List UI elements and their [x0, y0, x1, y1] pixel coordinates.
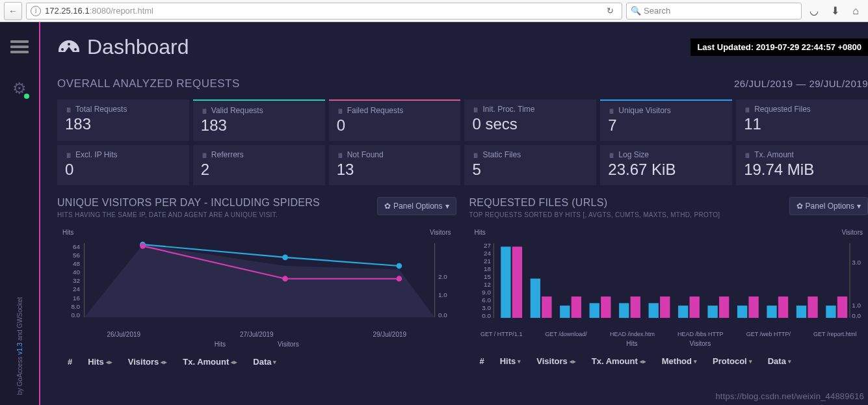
x-ticks: 26/Jul/2019 27/Jul/2019 29/Jul/2019 [57, 331, 456, 338]
svg-rect-48 [677, 306, 687, 318]
stat-card: ⫼Requested Files11 [736, 99, 868, 141]
svg-point-19 [282, 276, 288, 281]
stat-card: ⫼Log Size23.67 KiB [600, 145, 732, 185]
col-index[interactable]: # [480, 356, 484, 366]
svg-text:9.0: 9.0 [482, 289, 491, 296]
svg-rect-45 [630, 296, 640, 318]
panel-title: REQUESTED FILES (URLS) [469, 197, 720, 209]
chart-icon: ⫼ [744, 151, 751, 159]
svg-text:32: 32 [73, 277, 80, 284]
app: ⚙ by GoAccess v1.3 and GWSocket Dashboar… [0, 22, 868, 405]
back-button[interactable]: ← [4, 2, 22, 20]
info-icon[interactable]: i [31, 6, 41, 16]
svg-rect-46 [648, 303, 658, 318]
settings-icon[interactable]: ⚙ [12, 79, 27, 98]
col-hits[interactable]: Hits◂▸ [88, 357, 112, 367]
panel-unique-visitors: UNIQUE VISITORS PER DAY - INCLUDING SPID… [57, 197, 456, 367]
panel-options-button[interactable]: ✿ Panel Options ▾ [789, 197, 868, 215]
svg-text:0.0: 0.0 [482, 312, 491, 319]
svg-text:12: 12 [483, 281, 490, 288]
menu-icon[interactable] [10, 40, 29, 53]
svg-rect-52 [737, 306, 746, 318]
url-bar[interactable]: i 172.25.16.1:8080/report.html ↻ [26, 3, 622, 20]
home-icon[interactable]: ⌂ [847, 5, 864, 17]
search-bar[interactable]: 🔍 Search [626, 3, 802, 20]
stat-card: ⫼Unique Visitors7 [600, 99, 732, 141]
table-header: # Hits▾ Visitors◂▸ Tx. Amount◂▸ Method▾ … [469, 356, 869, 366]
stat-card: ⫼Valid Requests183 [193, 99, 325, 141]
col-tx[interactable]: Tx. Amount◂▸ [592, 356, 646, 366]
line-chart-svg: 645648 403224 168.00.0 2.01.00.0 [57, 236, 456, 328]
svg-rect-44 [619, 303, 629, 318]
header: Dashboard Last Updated: 2019-07-29 22:44… [57, 35, 868, 59]
panel-requested-files: REQUESTED FILES (URLS) TOP REQUESTS SORT… [469, 197, 869, 367]
chart-icon: ⫼ [472, 151, 479, 159]
chart-icon: ⫼ [201, 151, 208, 159]
chart-icon: ⫼ [472, 105, 479, 113]
table-header: # Hits◂▸ Visitors◂▸ Tx. Amount◂▸ Data▾ [57, 357, 456, 367]
svg-text:15: 15 [483, 273, 490, 280]
chevron-down-icon: ▾ [445, 202, 449, 211]
chart-icon: ⫼ [65, 105, 72, 113]
browser-bar: ← i 172.25.16.1:8080/report.html ↻ 🔍 Sea… [0, 0, 868, 22]
chart-icon: ⫼ [608, 151, 615, 159]
download-icon[interactable]: ⬇ [826, 5, 843, 17]
svg-rect-58 [826, 306, 835, 318]
chart-icon: ⫼ [65, 151, 72, 159]
legend: Hits Visitors [469, 340, 869, 347]
svg-text:40: 40 [73, 268, 80, 276]
col-data[interactable]: Data▾ [253, 357, 276, 367]
svg-text:2.0: 2.0 [438, 273, 447, 280]
svg-rect-49 [689, 296, 699, 318]
pocket-icon[interactable]: ◡ [806, 5, 822, 17]
chart-icon: ⫼ [744, 105, 751, 113]
svg-rect-56 [796, 306, 806, 318]
sidebar: ⚙ by GoAccess v1.3 and GWSocket [0, 22, 39, 405]
svg-text:6.0: 6.0 [482, 296, 491, 304]
url-host: 172.25.16.1 [45, 6, 90, 16]
svg-rect-42 [589, 303, 599, 318]
stat-card: ⫼Static Files5 [464, 145, 596, 185]
col-tx[interactable]: Tx. Amount◂▸ [183, 357, 237, 367]
svg-rect-54 [767, 306, 776, 318]
page-title: Dashboard [57, 35, 189, 59]
panel-options-button[interactable]: ✿ Panel Options ▾ [377, 197, 456, 215]
chart-icon: ⫼ [337, 107, 344, 114]
svg-rect-50 [707, 306, 717, 318]
gear-icon: ✿ [796, 202, 803, 211]
chevron-down-icon: ▾ [857, 202, 861, 211]
stat-card: ⫼Referrers2 [193, 145, 325, 185]
col-index[interactable]: # [68, 357, 72, 367]
bar-chart-svg: 272421 181512 9.06.03.00.0 3.01.00.0 [469, 236, 869, 328]
svg-text:0.0: 0.0 [852, 312, 861, 319]
svg-text:48: 48 [73, 260, 80, 267]
col-visitors[interactable]: Visitors◂▸ [536, 356, 575, 366]
col-data[interactable]: Data▾ [768, 356, 791, 366]
col-protocol[interactable]: Protocol▾ [713, 356, 752, 366]
svg-text:8.0: 8.0 [71, 303, 80, 310]
svg-text:0.0: 0.0 [438, 311, 447, 319]
svg-text:3.0: 3.0 [482, 304, 491, 311]
col-visitors[interactable]: Visitors◂▸ [128, 357, 167, 367]
col-method[interactable]: Method▾ [662, 356, 697, 366]
section-head: OVERALL ANALYZED REQUESTS 26/JUL/2019 — … [57, 77, 868, 90]
reload-icon[interactable]: ↻ [603, 6, 618, 16]
gear-icon: ✿ [384, 202, 391, 211]
panel-subtitle: TOP REQUESTS SORTED BY HITS [, AVGTS, CU… [469, 211, 720, 218]
main: Dashboard Last Updated: 2019-07-29 22:44… [40, 22, 868, 405]
svg-text:24: 24 [73, 285, 80, 293]
stats-row-2: ⫼Excl. IP Hits0⫼Referrers2⫼Not Found13⫼S… [57, 145, 868, 185]
col-hits[interactable]: Hits▾ [500, 356, 521, 366]
stat-card: ⫼Tx. Amount19.74 MiB [736, 145, 868, 185]
stat-card: ⫼Failed Requests0 [329, 99, 461, 141]
line-chart: Hits Visitors 645648 403224 168.00.0 2.0… [57, 229, 456, 348]
svg-text:27: 27 [483, 242, 490, 249]
bar-chart: Hits Visitors 272421 181512 9.06.03.00.0… [469, 229, 869, 347]
svg-point-16 [282, 254, 288, 260]
svg-text:1.0: 1.0 [438, 291, 447, 298]
watermark: https://blog.csdn.net/weixin_44889616 [715, 391, 864, 401]
svg-rect-51 [718, 296, 728, 318]
svg-text:21: 21 [483, 257, 490, 265]
svg-rect-43 [601, 296, 611, 318]
svg-rect-53 [748, 296, 758, 318]
